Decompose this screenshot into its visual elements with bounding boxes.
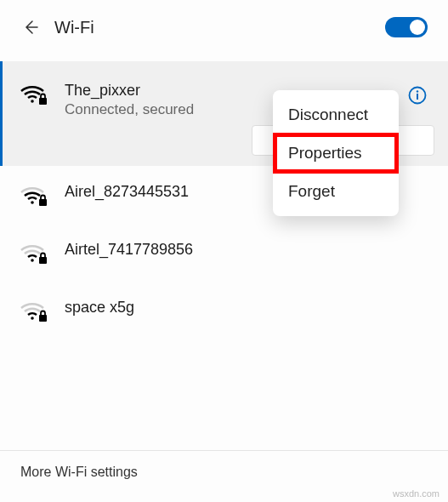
back-button[interactable] bbox=[20, 17, 41, 37]
svg-point-0 bbox=[31, 100, 34, 103]
footer: More Wi-Fi settings bbox=[0, 450, 448, 493]
svg-point-7 bbox=[31, 259, 34, 262]
network-item[interactable]: space x5g bbox=[0, 282, 448, 339]
menu-item-disconnect[interactable]: Disconnect bbox=[273, 97, 399, 133]
info-icon bbox=[408, 86, 427, 105]
network-info: Airtel_7417789856 bbox=[65, 241, 428, 259]
svg-rect-1 bbox=[39, 98, 47, 105]
svg-point-3 bbox=[417, 90, 418, 92]
svg-rect-4 bbox=[417, 94, 418, 100]
svg-rect-8 bbox=[39, 257, 47, 264]
network-info: space x5g bbox=[65, 299, 428, 317]
menu-item-properties[interactable]: Properties bbox=[273, 133, 399, 174]
network-item[interactable]: Airtel_7417789856 bbox=[0, 224, 448, 282]
watermark: wsxdn.com bbox=[393, 488, 439, 499]
wifi-secured-icon bbox=[20, 183, 48, 207]
network-name: space x5g bbox=[65, 299, 428, 317]
network-name: Airtel_7417789856 bbox=[65, 241, 428, 259]
page-title: Wi-Fi bbox=[54, 18, 371, 37]
svg-rect-10 bbox=[39, 315, 47, 322]
back-arrow-icon bbox=[22, 19, 39, 36]
menu-item-forget[interactable]: Forget bbox=[273, 174, 399, 209]
svg-point-5 bbox=[31, 201, 34, 204]
info-button[interactable] bbox=[407, 85, 428, 106]
wifi-secured-icon bbox=[20, 241, 48, 265]
wifi-secured-icon bbox=[20, 299, 48, 322]
context-menu: Disconnect Properties Forget bbox=[273, 90, 399, 216]
svg-rect-6 bbox=[39, 199, 47, 206]
header: Wi-Fi bbox=[0, 0, 448, 54]
more-settings-link[interactable]: More Wi-Fi settings bbox=[20, 465, 428, 480]
wifi-toggle[interactable] bbox=[385, 17, 428, 37]
svg-point-9 bbox=[31, 317, 34, 320]
wifi-secured-icon bbox=[20, 82, 48, 106]
